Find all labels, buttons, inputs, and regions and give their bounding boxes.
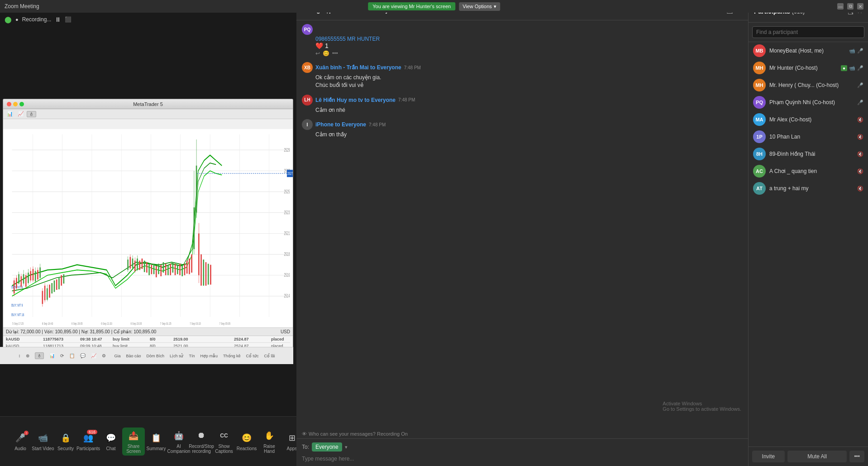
ac-mute-icon[interactable]: 🔇: [857, 168, 863, 174]
metatrader-window[interactable]: MetaTrader 5 📊 📈 🕯: [3, 99, 293, 364]
iphone-time: 7:48 PM: [369, 122, 386, 127]
participant-mr-hunter[interactable]: MH Mr Hunter (Co-host) ● 📹 🎤: [749, 59, 868, 77]
svg-rect-83: [163, 262, 164, 273]
chat-to-row: To: Everyone ▾: [302, 442, 743, 452]
chat-to-dropdown[interactable]: Everyone: [312, 442, 342, 452]
mute-all-button[interactable]: Mute All: [787, 451, 847, 462]
mr-hunter-video-icon[interactable]: 📹: [849, 65, 855, 71]
name-mr-hunter: Mr Hunter (Co-host): [769, 65, 837, 71]
mt5-candlestick-btn[interactable]: 🕯: [27, 111, 36, 117]
xb-time: 7:48 PM: [404, 65, 421, 70]
avatar-mr-henry: MH: [753, 79, 766, 91]
more-reactions-icon[interactable]: •••: [332, 50, 338, 57]
mt5-nav-icon6[interactable]: 📋: [69, 353, 75, 358]
mt5-minimize-dot[interactable]: [13, 102, 18, 106]
audio-button[interactable]: 🎤 ! Audio: [9, 432, 32, 451]
svg-rect-93: [186, 260, 188, 274]
mt5-nav-icon1[interactable]: ↕: [18, 353, 20, 358]
share-screen-button[interactable]: 📤 Share Screen: [122, 428, 145, 456]
iphone-text: Cảm ơn thầy: [302, 131, 743, 139]
participant-a-choi[interactable]: AC A Chơi _ quang tien 🔇: [749, 163, 868, 180]
reactions-button[interactable]: 😊 Reactions: [235, 432, 258, 451]
participant-moneybeat[interactable]: MB MoneyBeat (Host, me) 📹 🎤: [749, 42, 868, 59]
chat-reactions: ↩ 😊 •••: [302, 50, 743, 57]
mt5-nav-icon3[interactable]: 🕯: [35, 352, 44, 359]
mt5-nav-icon8[interactable]: 📈: [91, 353, 96, 358]
mr-hunter-mic-icon[interactable]: 🎤: [857, 65, 863, 71]
svg-text:6 Sep 19:43: 6 Sep 19:43: [42, 322, 53, 326]
participant-a-trung[interactable]: AT a trung + hai my 🔇: [749, 180, 868, 197]
security-button[interactable]: 🔒 Security: [54, 432, 77, 451]
participants-icon: 👥 616: [82, 432, 95, 444]
search-participant-input[interactable]: [752, 26, 864, 38]
participant-dinh-hong-thai[interactable]: 8H 89-Đình Hồng Thái 🔇: [749, 145, 868, 163]
recording-indicator: ●: [15, 17, 19, 22]
raise-hand-button[interactable]: ✋ Raise Hand: [258, 429, 281, 454]
moneybeat-video-icon[interactable]: 📹: [849, 48, 855, 54]
chat-message-iphone: I iPhone to Everyone 7:48 PM Cảm ơn thầy: [302, 119, 743, 139]
phan-lan-mute-icon[interactable]: 🔇: [857, 134, 863, 140]
name-a-choi: A Chơi _ quang tien: [769, 168, 854, 174]
captions-button[interactable]: CC Show Captions: [213, 429, 235, 454]
mt5-nav-icon9[interactable]: ⚙: [102, 353, 106, 358]
participants-button[interactable]: 👥 616 Participants: [77, 432, 100, 451]
dht-mute-icon[interactable]: 🔇: [857, 151, 863, 157]
ai-companion-button[interactable]: 🤖 AI Companion: [167, 429, 190, 454]
search-box: [749, 23, 868, 42]
participants-more-button[interactable]: •••: [849, 451, 864, 462]
reply-icon[interactable]: ↩: [315, 50, 320, 57]
ai-icon: 🤖: [172, 429, 185, 442]
restore-button[interactable]: ⧉: [847, 3, 854, 10]
mt5-bottom-toolbar: ↕ ⊕ 🕯 📊 ⟳ 📋 💬 📈 ⚙ Gia Bào cáo Dòm Bích L…: [0, 347, 293, 364]
mt5-chart-area[interactable]: 2529 2527 2525 2523 2521 2518 2516 2514: [3, 129, 293, 327]
at-mute-icon[interactable]: 🔇: [857, 186, 863, 192]
participant-mr-henry[interactable]: MH Mr. Henry ( Chuy... (Co-host) 🎤: [749, 77, 868, 94]
minimize-button[interactable]: —: [837, 3, 844, 10]
svg-text:2523: 2523: [284, 210, 290, 215]
mt5-nav-icon4[interactable]: 📊: [49, 353, 55, 358]
moneybeat-mic-icon[interactable]: 🎤: [857, 48, 863, 54]
summary-button[interactable]: 📋 Summary: [145, 432, 167, 451]
mt5-close-dot[interactable]: [7, 102, 11, 106]
svg-text:6 Sep 20:05: 6 Sep 20:05: [72, 322, 83, 326]
invite-button[interactable]: Invite: [752, 451, 785, 462]
mt5-nav-label1: Gia: [114, 354, 120, 358]
svg-rect-85: [167, 265, 169, 275]
avatar-a-choi: AC: [753, 165, 766, 178]
viewing-badge: You are viewing Mr Hunter's screen: [368, 2, 455, 10]
pause-recording-icon[interactable]: ⏸: [55, 16, 61, 23]
col-vol: 8/0: [150, 337, 172, 341]
mt5-maximize-dot[interactable]: [19, 102, 24, 106]
mt5-toolbar-icon2[interactable]: 📈: [16, 111, 26, 117]
share-screen-icon: 📤: [127, 429, 140, 442]
col-ticket: 118775673: [43, 337, 79, 341]
xb-header: XB Xuân bình - Trần Mai to Everyone 7:48…: [302, 62, 743, 73]
svg-rect-80: [156, 266, 157, 277]
pqn-mic-icon[interactable]: 🎤: [857, 100, 863, 106]
name-a-trung: a trung + hai my: [769, 185, 854, 192]
mt5-nav-icon2[interactable]: ⊕: [26, 353, 29, 358]
participant-phan-lan[interactable]: 1P 10 Phan Lan 🔇: [749, 128, 868, 145]
svg-text:2514: 2514: [284, 293, 290, 298]
summary-label: Summary: [147, 446, 166, 451]
video-button[interactable]: 📹 Start Video: [32, 432, 54, 451]
react-icon[interactable]: 😊: [323, 50, 329, 57]
svg-text:7 Sep 03:15: 7 Sep 03:15: [190, 322, 201, 326]
chat-button[interactable]: 💬 Chat: [100, 432, 122, 451]
chat-input[interactable]: [302, 456, 743, 462]
mt5-nav-icon5[interactable]: ⟳: [60, 353, 64, 358]
mt5-toolbar-icon1[interactable]: 📊: [5, 111, 15, 117]
mt5-nav-label7: Thống kê: [223, 354, 241, 358]
record-button[interactable]: ⏺ Record/Stop recording: [190, 429, 213, 454]
mt5-nav-icon7[interactable]: 💬: [80, 353, 86, 358]
mr-henry-mic-icon[interactable]: 🎤: [857, 82, 863, 88]
svg-rect-62: [63, 274, 65, 283]
chat-panel: Phòng họp cá nhân của MoneyB... ••• ⬔ ✕ …: [296, 0, 748, 466]
close-button[interactable]: ✕: [857, 3, 863, 10]
avatar-dinh-hong-thai: 8H: [753, 148, 766, 160]
participant-pham-quynh-nhi[interactable]: PQ Phạm Quỳnh Nhi (Co-host) 🎤: [749, 94, 868, 111]
view-options-button[interactable]: View Options ▾: [459, 2, 500, 11]
stop-recording-icon[interactable]: ⬛: [65, 16, 72, 23]
participant-mr-alex[interactable]: MA Mr Alex (Co-host) 🔇: [749, 111, 868, 128]
mr-alex-mute-icon[interactable]: 🔇: [857, 117, 863, 123]
